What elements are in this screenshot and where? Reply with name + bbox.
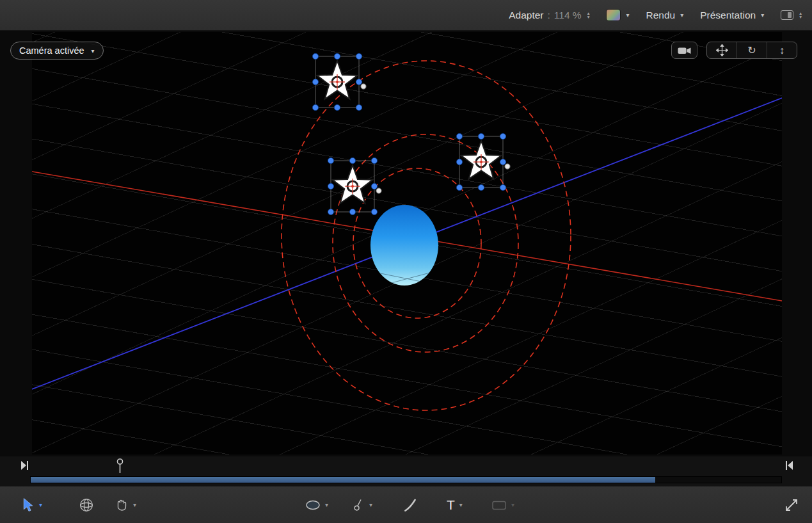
transform-3d-tool[interactable] [79,498,93,512]
expand-view-button[interactable] [785,499,798,511]
text-tool[interactable]: T ▾ [447,497,463,513]
dolly-icon: ↕ [779,45,784,56]
presentation-menu[interactable]: Présentation ▾ [700,10,764,21]
transform-3d-icon [79,498,93,512]
camera-active-dropdown[interactable]: Caméra activée ▾ [10,42,104,60]
layout-stepper-icon: ▴ ▾ [799,12,802,19]
paint-stroke-tool[interactable]: ▾ [352,498,372,512]
chevron-down-icon[interactable]: ▾ [39,501,42,508]
orbit-icon: ↻ [747,44,756,56]
chevron-down-icon[interactable]: ▾ [459,501,463,508]
text-tool-glyph: T [447,497,455,513]
star-object-selected-2[interactable] [328,157,381,214]
pen-stroke-icon [403,498,417,512]
top-toolbar: Adapter : 114 % ▴ ▾ ▾ Rendu ▾ Présentati… [0,0,812,31]
pan-hand-tool[interactable]: ▾ [115,498,136,512]
zoom-level-dropdown[interactable]: Adapter : 114 % ▴ ▾ [509,10,589,21]
bottom-toolbar: ▾ ▾ ▾ ▾ T ▾ [0,486,812,523]
camera-pan-button[interactable] [707,42,736,58]
camera-orbit-button[interactable]: ↻ [736,42,767,58]
presentation-menu-label: Présentation [700,10,756,21]
chevron-down-icon[interactable]: ▾ [325,501,328,508]
shape-oval-tool[interactable]: ▾ [305,499,328,511]
render-menu-label: Rendu [646,10,675,21]
camera-icon [677,45,692,56]
select-transform-tool[interactable]: ▾ [22,498,42,512]
zoom-separator: : [548,10,550,21]
hand-icon [115,498,129,512]
zoom-stepper-icon[interactable]: ▴ ▾ [587,12,590,19]
chevron-down-icon: ▾ [761,12,764,19]
view-layout-dropdown[interactable]: ▴ ▾ [781,10,802,20]
pen-stroke-tool[interactable] [403,498,417,512]
chevron-down-icon: ▾ [511,501,514,508]
camera-dolly-button[interactable]: ↕ [767,42,797,58]
chevron-down-icon: ▾ [680,12,683,19]
scene-canvas[interactable] [32,32,782,455]
timeline-strip [0,456,812,487]
zoom-fit-label: Adapter [509,10,543,21]
oval-shape-icon [305,499,321,511]
camera-active-label: Caméra activée [19,45,84,56]
timeline-out-marker[interactable] [785,461,793,470]
chevron-down-icon: ▾ [92,47,95,54]
paint-stroke-icon [352,498,365,512]
zoom-value: 114 % [554,10,582,21]
mask-rectangle-tool[interactable]: ▾ [491,499,514,511]
rectangle-mask-icon [491,499,507,511]
timeline-range-bar[interactable] [31,477,655,483]
star-object-selected-1[interactable] [312,53,366,110]
select-arrow-icon [22,498,35,512]
layout-icon [781,10,793,20]
pan-icon [716,44,728,56]
camera-view-button[interactable] [671,42,697,59]
timeline-track[interactable] [30,476,782,483]
render-menu[interactable]: Rendu ▾ [646,10,683,21]
chevron-down-icon: ▾ [626,12,629,19]
camera-tools-group: ↻ ↕ [706,42,797,59]
expand-icon [785,499,798,511]
scene-background-grid[interactable] [32,32,782,455]
timeline-in-marker[interactable] [21,461,29,470]
color-swatch-icon [606,9,621,21]
chevron-down-icon[interactable]: ▾ [369,501,372,508]
canvas-area: Caméra activée ▾ ↻ ↕ [0,31,812,456]
chevron-down-icon[interactable]: ▾ [133,501,136,508]
playhead[interactable] [116,458,124,474]
color-channel-dropdown[interactable]: ▾ [606,9,629,21]
